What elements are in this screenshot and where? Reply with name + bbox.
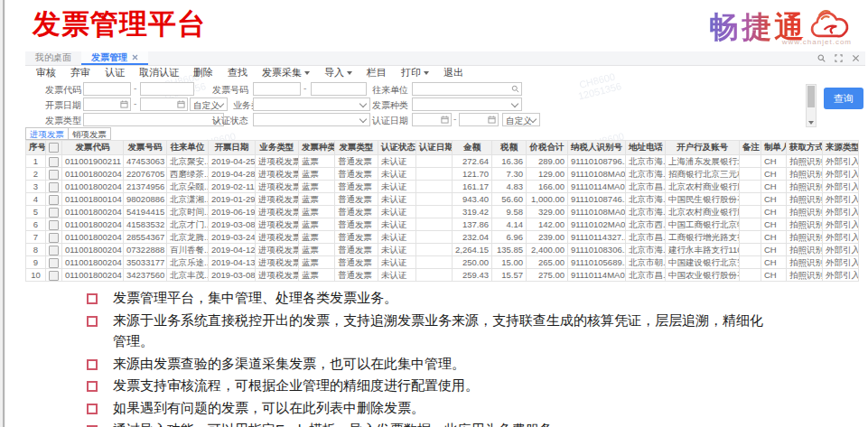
calendar-icon[interactable] [177, 100, 185, 108]
row-checkbox[interactable] [46, 155, 62, 168]
scrollbar-down-arrow[interactable] [808, 121, 814, 125]
business-type-select[interactable] [253, 97, 370, 111]
table-cell: 外部引入 [823, 181, 859, 193]
column-header[interactable]: 认证日期 [416, 141, 453, 155]
auth-date-to-input[interactable] [460, 117, 489, 129]
table-row[interactable]: 201100180020422076705西磨绿茶...2019-04-28进项… [26, 168, 859, 181]
table-row[interactable]: 501100180020454194415北京时间...2019-06-19进项… [26, 206, 859, 218]
invoice-kind-select[interactable] [412, 97, 522, 111]
row-checkbox[interactable] [46, 231, 62, 244]
print-button[interactable]: 打印 [394, 66, 436, 79]
calendar-icon[interactable] [120, 100, 128, 108]
columns-button[interactable]: 栏目 [359, 66, 394, 79]
table-row[interactable]: 701100180020428554367北京龙腾...2019-03-24进项… [26, 231, 859, 244]
query-button[interactable]: 查询 [824, 88, 863, 109]
table-cell: 16.36 [492, 155, 527, 168]
invoice-type-select[interactable] [83, 113, 224, 126]
certify-button[interactable]: 认证 [98, 66, 132, 79]
column-header[interactable]: 制单人 [761, 141, 787, 155]
table-cell: 2019-03-24 [209, 231, 256, 244]
column-header[interactable]: 发票号码 [124, 141, 167, 155]
filter-scrollbar[interactable] [806, 84, 817, 127]
tab-label: 发票管理 [91, 51, 127, 64]
column-header[interactable]: 序号 [26, 141, 46, 155]
row-checkbox[interactable] [46, 181, 62, 193]
auth-status-select[interactable] [253, 113, 370, 126]
table-row[interactable]: 801100180020407322888百川香餐...2019-04-12进项… [26, 244, 859, 256]
subtab-output-invoices[interactable]: 销项发票 [68, 127, 111, 140]
tab-invoice-management[interactable]: 发票管理 [81, 51, 148, 65]
calendar-icon[interactable] [488, 116, 496, 124]
close-icon[interactable] [852, 54, 860, 62]
import-button[interactable]: 导入 [317, 66, 359, 79]
filter-row: 发票类型 认证状态 认证日期 - [25, 113, 865, 127]
audit-button[interactable]: 审核 [29, 66, 63, 79]
checkbox-icon[interactable] [49, 258, 59, 268]
column-header[interactable]: 开户行及账号 [666, 141, 740, 155]
checkbox-icon[interactable] [49, 220, 59, 230]
table-row[interactable]: 401100180010498020886北京潇湘...2019-01-29进项… [26, 193, 859, 206]
column-header[interactable]: 金额 [453, 141, 492, 155]
search-icon[interactable] [511, 85, 519, 93]
delete-button[interactable]: 删除 [186, 66, 220, 79]
column-header[interactable]: 税额 [492, 141, 527, 155]
invoice-code-from-input[interactable] [83, 82, 131, 96]
column-header[interactable]: 发票类型 [335, 141, 378, 155]
column-header[interactable]: 往来单位 [167, 141, 209, 155]
column-header[interactable]: 业务类型 [256, 141, 299, 155]
row-checkbox[interactable] [46, 269, 62, 282]
unaudit-button[interactable]: 弃审 [63, 66, 98, 79]
tab-my-desktop[interactable]: 我的桌面 [25, 51, 81, 65]
column-header[interactable]: 发票种类 [299, 141, 335, 155]
auth-date-preset-select[interactable]: 自定义 [502, 113, 540, 126]
column-header[interactable]: 地址电话 [626, 141, 666, 155]
calendar-icon[interactable] [441, 116, 449, 124]
cancel-certify-button[interactable]: 取消认证 [132, 66, 186, 79]
column-header[interactable]: 获取方式 [787, 141, 823, 155]
row-checkbox[interactable] [46, 168, 62, 181]
column-header[interactable]: 备注 [740, 141, 761, 155]
invoice-no-from-input[interactable] [253, 82, 301, 96]
row-checkbox[interactable] [46, 193, 62, 206]
search-icon[interactable] [817, 54, 826, 62]
checkbox-icon[interactable] [49, 143, 59, 153]
checkbox-icon[interactable] [49, 195, 59, 205]
row-checkbox[interactable] [46, 218, 62, 231]
row-checkbox[interactable] [46, 256, 62, 269]
invoice-no-label: 发票号码 [210, 84, 248, 97]
table-row[interactable]: 301100180020421374956北京朵颐...2019-02-11进项… [26, 181, 859, 193]
expand-icon[interactable] [835, 54, 843, 62]
table-cell: 拍照识别 [787, 181, 823, 193]
select-all-checkbox[interactable] [46, 141, 62, 155]
column-header[interactable]: 价税合计 [527, 141, 568, 155]
table-row[interactable]: 901100180020435033177北京乐途...2019-04-13进项… [26, 256, 859, 269]
table-row[interactable]: 1001100180020434237560北京丰茂...2019-03-08进… [26, 269, 859, 282]
table-row[interactable]: 601100180020441583532北京才门...2019-03-08进项… [26, 218, 859, 231]
row-checkbox[interactable] [46, 244, 62, 256]
checkbox-icon[interactable] [49, 170, 59, 180]
column-header[interactable]: 发票代码 [62, 141, 124, 155]
column-header[interactable]: 纳税人识别号 [568, 141, 626, 155]
find-button[interactable]: 查找 [220, 66, 255, 79]
invoice-collect-button[interactable]: 发票采集 [255, 66, 317, 79]
scrollbar-thumb[interactable] [807, 86, 815, 107]
row-checkbox[interactable] [46, 206, 62, 218]
invoice-date-preset-select[interactable]: 自定义 [190, 97, 228, 111]
invoice-no-to-input[interactable] [311, 82, 367, 96]
checkbox-icon[interactable] [49, 182, 59, 192]
checkbox-icon[interactable] [49, 233, 59, 243]
table-cell: CH [761, 218, 787, 231]
subtab-input-invoices[interactable]: 进项发票 [25, 127, 69, 140]
column-header[interactable]: 认证状态 [378, 141, 416, 155]
checkbox-icon[interactable] [49, 246, 59, 255]
table-row[interactable]: 101100190021147453063北京聚安...2019-04-25进项… [26, 155, 859, 168]
tab-close-icon[interactable] [132, 54, 138, 60]
auth-date-from-input[interactable] [413, 117, 442, 129]
column-header[interactable]: 开票日期 [209, 141, 256, 155]
column-header[interactable]: 来源类型 [823, 141, 859, 155]
checkbox-icon[interactable] [49, 157, 59, 167]
checkbox-icon[interactable] [49, 271, 59, 281]
checkbox-icon[interactable] [49, 208, 59, 218]
invoice-code-to-input[interactable] [140, 82, 194, 96]
exit-button[interactable]: 退出 [436, 66, 471, 79]
